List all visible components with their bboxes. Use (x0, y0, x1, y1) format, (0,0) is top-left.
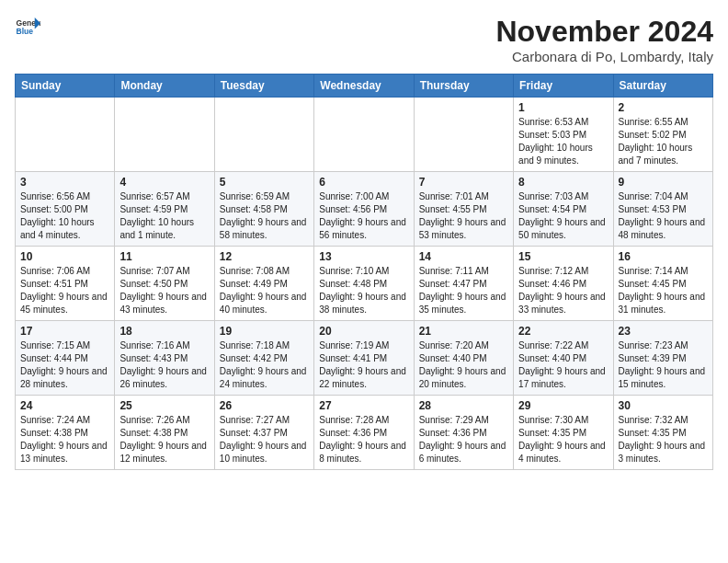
calendar-week-1: 1Sunrise: 6:53 AM Sunset: 5:03 PM Daylig… (16, 98, 713, 172)
calendar-cell (115, 98, 214, 172)
day-number: 22 (518, 325, 608, 338)
weekday-friday: Friday (514, 75, 613, 98)
day-number: 18 (119, 325, 209, 338)
day-number: 11 (119, 250, 209, 263)
day-info: Sunrise: 7:28 AM Sunset: 4:36 PM Dayligh… (319, 414, 408, 465)
day-info: Sunrise: 7:03 AM Sunset: 4:54 PM Dayligh… (518, 190, 608, 242)
location: Carbonara di Po, Lombardy, Italy (495, 49, 713, 64)
calendar-cell: 17Sunrise: 7:15 AM Sunset: 4:44 PM Dayli… (16, 321, 115, 396)
day-number: 10 (20, 250, 109, 263)
calendar-cell (414, 98, 513, 172)
weekday-header-row: SundayMondayTuesdayWednesdayThursdayFrid… (16, 75, 713, 98)
calendar-cell: 8Sunrise: 7:03 AM Sunset: 4:54 PM Daylig… (514, 172, 613, 247)
day-number: 4 (119, 176, 209, 189)
day-info: Sunrise: 7:11 AM Sunset: 4:47 PM Dayligh… (419, 265, 508, 316)
day-info: Sunrise: 7:32 AM Sunset: 4:35 PM Dayligh… (619, 414, 708, 465)
calendar-cell: 14Sunrise: 7:11 AM Sunset: 4:47 PM Dayli… (414, 247, 513, 321)
day-info: Sunrise: 7:16 AM Sunset: 4:43 PM Dayligh… (119, 339, 209, 391)
day-number: 25 (119, 399, 209, 412)
calendar-cell: 1Sunrise: 6:53 AM Sunset: 5:03 PM Daylig… (514, 98, 613, 172)
calendar-cell: 23Sunrise: 7:23 AM Sunset: 4:39 PM Dayli… (613, 321, 712, 396)
day-number: 13 (319, 250, 408, 263)
day-info: Sunrise: 7:01 AM Sunset: 4:55 PM Dayligh… (419, 190, 508, 242)
day-info: Sunrise: 7:23 AM Sunset: 4:39 PM Dayligh… (619, 339, 708, 391)
day-number: 26 (220, 399, 309, 412)
calendar-cell: 16Sunrise: 7:14 AM Sunset: 4:45 PM Dayli… (613, 247, 712, 321)
day-info: Sunrise: 6:53 AM Sunset: 5:03 PM Dayligh… (518, 116, 608, 167)
calendar-week-3: 10Sunrise: 7:06 AM Sunset: 4:51 PM Dayli… (16, 247, 713, 321)
day-info: Sunrise: 7:07 AM Sunset: 4:50 PM Dayligh… (119, 265, 209, 316)
calendar-cell: 13Sunrise: 7:10 AM Sunset: 4:48 PM Dayli… (314, 247, 414, 321)
weekday-wednesday: Wednesday (314, 75, 414, 98)
day-info: Sunrise: 7:06 AM Sunset: 4:51 PM Dayligh… (20, 265, 109, 316)
day-number: 24 (20, 399, 109, 412)
logo: General Blue (15, 15, 40, 40)
day-number: 1 (518, 101, 608, 114)
day-number: 8 (518, 176, 608, 189)
day-number: 2 (619, 101, 708, 114)
calendar-cell (16, 98, 115, 172)
day-info: Sunrise: 7:22 AM Sunset: 4:40 PM Dayligh… (518, 339, 608, 391)
day-info: Sunrise: 7:04 AM Sunset: 4:53 PM Dayligh… (619, 190, 708, 242)
day-number: 14 (419, 250, 508, 263)
day-number: 17 (20, 325, 109, 338)
day-info: Sunrise: 6:59 AM Sunset: 4:58 PM Dayligh… (220, 190, 309, 242)
calendar-cell: 22Sunrise: 7:22 AM Sunset: 4:40 PM Dayli… (514, 321, 613, 396)
calendar-cell: 15Sunrise: 7:12 AM Sunset: 4:46 PM Dayli… (514, 247, 613, 321)
weekday-thursday: Thursday (414, 75, 513, 98)
day-number: 3 (20, 176, 109, 189)
page-header: General Blue November 2024 Carbonara di … (15, 15, 713, 64)
calendar-cell: 4Sunrise: 6:57 AM Sunset: 4:59 PM Daylig… (115, 172, 214, 247)
calendar-cell: 25Sunrise: 7:26 AM Sunset: 4:38 PM Dayli… (115, 396, 214, 470)
day-info: Sunrise: 7:08 AM Sunset: 4:49 PM Dayligh… (220, 265, 309, 316)
day-info: Sunrise: 7:26 AM Sunset: 4:38 PM Dayligh… (119, 414, 209, 465)
calendar-week-2: 3Sunrise: 6:56 AM Sunset: 5:00 PM Daylig… (16, 172, 713, 247)
day-info: Sunrise: 7:12 AM Sunset: 4:46 PM Dayligh… (518, 265, 608, 316)
day-number: 20 (319, 325, 408, 338)
day-number: 15 (518, 250, 608, 263)
calendar-cell: 20Sunrise: 7:19 AM Sunset: 4:41 PM Dayli… (314, 321, 414, 396)
month-title: November 2024 (495, 15, 713, 49)
day-info: Sunrise: 6:56 AM Sunset: 5:00 PM Dayligh… (20, 190, 109, 242)
day-number: 9 (619, 176, 708, 189)
day-info: Sunrise: 6:57 AM Sunset: 4:59 PM Dayligh… (119, 190, 209, 242)
day-info: Sunrise: 7:14 AM Sunset: 4:45 PM Dayligh… (619, 265, 708, 316)
calendar-cell: 24Sunrise: 7:24 AM Sunset: 4:38 PM Dayli… (16, 396, 115, 470)
title-block: November 2024 Carbonara di Po, Lombardy,… (495, 15, 713, 64)
calendar-cell: 27Sunrise: 7:28 AM Sunset: 4:36 PM Dayli… (314, 396, 414, 470)
day-info: Sunrise: 7:10 AM Sunset: 4:48 PM Dayligh… (319, 265, 408, 316)
day-number: 6 (319, 176, 408, 189)
day-number: 23 (619, 325, 708, 338)
day-number: 12 (220, 250, 309, 263)
calendar-cell: 26Sunrise: 7:27 AM Sunset: 4:37 PM Dayli… (214, 396, 313, 470)
day-info: Sunrise: 7:27 AM Sunset: 4:37 PM Dayligh… (220, 414, 309, 465)
day-info: Sunrise: 7:30 AM Sunset: 4:35 PM Dayligh… (518, 414, 608, 465)
calendar-cell: 11Sunrise: 7:07 AM Sunset: 4:50 PM Dayli… (115, 247, 214, 321)
calendar-cell: 19Sunrise: 7:18 AM Sunset: 4:42 PM Dayli… (214, 321, 313, 396)
calendar-table: SundayMondayTuesdayWednesdayThursdayFrid… (15, 74, 713, 470)
day-info: Sunrise: 7:18 AM Sunset: 4:42 PM Dayligh… (220, 339, 309, 391)
logo-icon: General Blue (15, 15, 40, 40)
svg-text:Blue: Blue (17, 27, 34, 36)
calendar-cell: 6Sunrise: 7:00 AM Sunset: 4:56 PM Daylig… (314, 172, 414, 247)
calendar-cell (314, 98, 414, 172)
calendar-cell: 12Sunrise: 7:08 AM Sunset: 4:49 PM Dayli… (214, 247, 313, 321)
calendar-cell: 10Sunrise: 7:06 AM Sunset: 4:51 PM Dayli… (16, 247, 115, 321)
day-number: 5 (220, 176, 309, 189)
day-info: Sunrise: 7:20 AM Sunset: 4:40 PM Dayligh… (419, 339, 508, 391)
calendar-cell: 2Sunrise: 6:55 AM Sunset: 5:02 PM Daylig… (613, 98, 712, 172)
calendar-cell: 29Sunrise: 7:30 AM Sunset: 4:35 PM Dayli… (514, 396, 613, 470)
calendar-cell: 5Sunrise: 6:59 AM Sunset: 4:58 PM Daylig… (214, 172, 313, 247)
calendar-cell: 30Sunrise: 7:32 AM Sunset: 4:35 PM Dayli… (613, 396, 712, 470)
calendar-body: 1Sunrise: 6:53 AM Sunset: 5:03 PM Daylig… (16, 98, 713, 470)
calendar-week-4: 17Sunrise: 7:15 AM Sunset: 4:44 PM Dayli… (16, 321, 713, 396)
day-number: 19 (220, 325, 309, 338)
calendar-cell: 7Sunrise: 7:01 AM Sunset: 4:55 PM Daylig… (414, 172, 513, 247)
weekday-monday: Monday (115, 75, 214, 98)
day-number: 16 (619, 250, 708, 263)
day-info: Sunrise: 7:15 AM Sunset: 4:44 PM Dayligh… (20, 339, 109, 391)
day-info: Sunrise: 7:19 AM Sunset: 4:41 PM Dayligh… (319, 339, 408, 391)
day-number: 27 (319, 399, 408, 412)
day-number: 21 (419, 325, 508, 338)
day-info: Sunrise: 6:55 AM Sunset: 5:02 PM Dayligh… (619, 116, 708, 167)
